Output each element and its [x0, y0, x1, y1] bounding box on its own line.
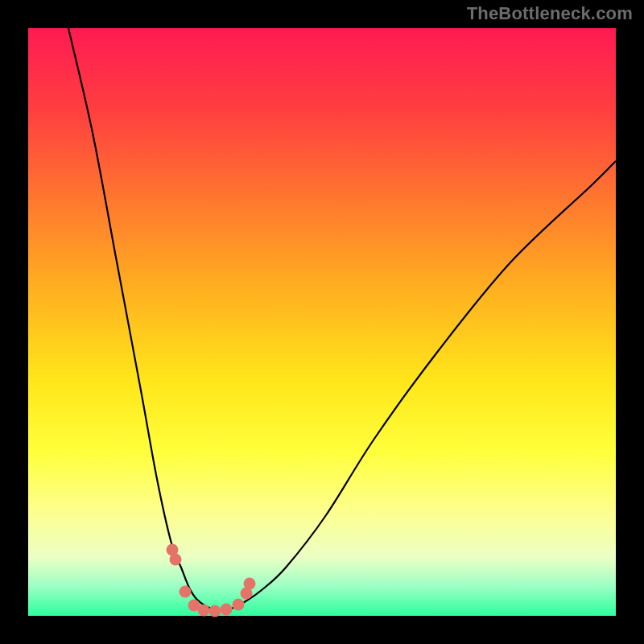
curve-path	[68, 28, 616, 610]
data-marker	[244, 578, 256, 590]
chart-frame: TheBottleneck.com	[0, 0, 644, 644]
curve-svg	[28, 28, 616, 616]
attribution-text: TheBottleneck.com	[467, 3, 633, 24]
data-marker	[198, 605, 210, 617]
data-marker	[209, 605, 221, 617]
data-marker	[233, 599, 245, 611]
data-marker	[170, 554, 182, 566]
data-marker	[180, 586, 192, 598]
data-marker	[221, 604, 233, 616]
plot-area	[28, 28, 616, 616]
